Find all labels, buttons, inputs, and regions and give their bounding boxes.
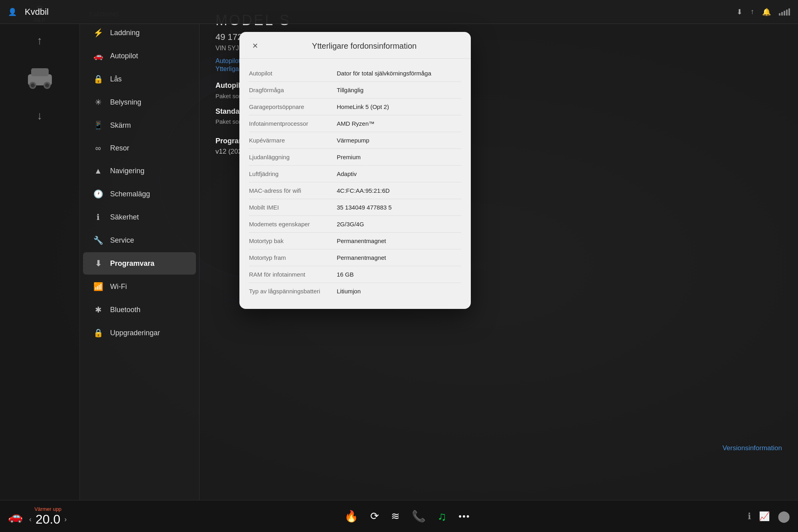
defrост-rear-icon[interactable]: ≋	[391, 510, 400, 522]
modal-row-5: Ljudanläggning Premium	[249, 149, 461, 166]
modal-row-7: MAC-adress för wifi 4C:FC:AA:95:21:6D	[249, 182, 461, 199]
sakerhet-label: Säkerhet	[110, 213, 139, 222]
signal-bar-4	[786, 10, 788, 16]
modal-row-4: Kupévärmare Värmepump	[249, 132, 461, 149]
svg-point-5	[45, 83, 49, 87]
modal-header: ✕ Ytterligare fordonsinformation	[239, 32, 471, 59]
skarm-label: Skärm	[110, 121, 131, 130]
temp-increase[interactable]: ›	[64, 515, 67, 524]
sidebar-arrow-down[interactable]: ↓	[37, 109, 43, 122]
version-info-link[interactable]: Versionsinformation	[723, 444, 782, 452]
sidebar-item-sakerhet[interactable]: ℹ Säkerhet	[83, 206, 196, 228]
programvara-label: Programvara	[110, 259, 154, 268]
header-bar: 👤 Kvdbil ⬇ ↑ 🔔	[0, 0, 798, 24]
sidebar-item-resor[interactable]: ∞ Resor	[83, 137, 196, 159]
taskbar-chart-icon[interactable]: 📈	[759, 511, 770, 522]
sidebar-item-belysning[interactable]: ✳ Belysning	[83, 91, 196, 113]
sidebar-item-skarm[interactable]: 📱 Skärm	[83, 114, 196, 136]
sidebar-item-wifi[interactable]: 📶 Wi-Fi	[83, 275, 196, 298]
modal-row-value-5: Premium	[337, 153, 361, 161]
temp-decrease[interactable]: ‹	[29, 515, 32, 524]
modal-body: Autopilot Dator för total självkörningsf…	[239, 59, 471, 309]
signal-bar-5	[788, 8, 790, 16]
spotify-icon[interactable]: ♫	[438, 510, 447, 523]
modal-row-label-13: Typ av lågspänningsbatteri	[249, 287, 337, 295]
sidebar-car-icon	[20, 54, 60, 102]
modal-row-value-6: Adaptiv	[337, 170, 357, 178]
taskbar-center: 🔥 ⟳ ≋ 📞 ♫ •••	[344, 510, 470, 523]
modal-close-button[interactable]: ✕	[249, 40, 261, 52]
bluetooth-icon: ✱	[93, 305, 104, 314]
modal-row-label-9: Modemets egenskaper	[249, 220, 337, 228]
modal-row-value-1: Tillgänglig	[337, 86, 363, 94]
signal-bar-3	[784, 11, 785, 16]
modal-row-1: Dragförmåga Tillgänglig	[249, 82, 461, 99]
autopilot-icon: 🚗	[93, 51, 104, 61]
modal-row-value-10: Permanentmagnet	[337, 237, 386, 245]
programvara-icon: ⬇	[93, 259, 104, 268]
modal-row-11: Motortyp fram Permanentmagnet	[249, 249, 461, 266]
modal-row-6: Luftfjädring Adaptiv	[249, 166, 461, 182]
modal-row-label-4: Kupévärmare	[249, 136, 337, 144]
modal-row-value-9: 2G/3G/4G	[337, 220, 364, 228]
autopilot-label: Autopilot	[110, 52, 138, 60]
modal-row-3: Infotainmentprocessor AMD Ryzen™	[249, 115, 461, 132]
signal-bars	[779, 8, 790, 16]
svg-rect-1	[31, 68, 49, 76]
phone-icon[interactable]: 📞	[412, 510, 426, 523]
sidebar-item-uppgraderingar[interactable]: 🔒 Uppgraderingar	[83, 322, 196, 344]
taskbar-left: 🚗 Värmer upp ‹ 20.0 ›	[8, 506, 67, 527]
resor-icon: ∞	[93, 144, 104, 153]
sidebar-item-laddning[interactable]: ⚡ Laddning	[83, 22, 196, 44]
modal-row-0: Autopilot Dator för total självkörningsf…	[249, 65, 461, 82]
warming-text: Värmer upp	[34, 506, 61, 512]
modal-row-label-6: Luftfjädring	[249, 170, 337, 178]
las-icon: 🔒	[93, 74, 104, 84]
header-title: Kvdbil	[25, 7, 49, 17]
modal-row-10: Motortyp bak Permanentmagnet	[249, 233, 461, 249]
modal-row-13: Typ av lågspänningsbatteri Litiumjon	[249, 283, 461, 299]
signal-bar-2	[781, 12, 783, 16]
signal-bar-1	[779, 13, 780, 16]
taskbar-camera-icon[interactable]: ⬤	[778, 510, 790, 523]
modal-row-label-7: MAC-adress för wifi	[249, 186, 337, 195]
header-left: 👤 Kvdbil	[8, 7, 49, 17]
modal-row-label-3: Infotainmentprocessor	[249, 119, 337, 128]
resor-label: Resor	[110, 144, 129, 152]
modal-row-label-11: Motortyp fram	[249, 253, 337, 262]
more-dots-icon[interactable]: •••	[458, 511, 470, 522]
modal-row-value-7: 4C:FC:AA:95:21:6D	[337, 186, 390, 195]
settings-menu: Fjädring ⚡ Laddning 🚗 Autopilot 🔒 Lås ✳ …	[80, 0, 200, 500]
navigering-label: Navigering	[110, 167, 144, 175]
bluetooth-label: Bluetooth	[110, 306, 140, 314]
modal-row-label-12: RAM för infotainment	[249, 270, 337, 279]
sidebar-item-las[interactable]: 🔒 Lås	[83, 68, 196, 90]
modal-row-12: RAM för infotainment 16 GB	[249, 266, 461, 283]
wiper-icon[interactable]: ⟳	[370, 510, 379, 522]
modal-row-label-1: Dragförmåga	[249, 86, 337, 94]
bell-icon: 🔔	[762, 8, 771, 16]
wifi-label: Wi-Fi	[110, 283, 127, 291]
laddning-label: Laddning	[110, 29, 140, 37]
header-right: ⬇ ↑ 🔔	[737, 8, 790, 16]
service-label: Service	[110, 236, 134, 245]
sidebar-item-navigering[interactable]: ▲ Navigering	[83, 160, 196, 182]
taskbar-car-icon: 🚗	[8, 509, 23, 523]
navigering-icon: ▲	[93, 166, 104, 176]
sidebar-item-bluetooth[interactable]: ✱ Bluetooth	[83, 299, 196, 321]
taskbar-info-icon[interactable]: ℹ	[748, 511, 751, 522]
sakerhet-icon: ℹ	[93, 212, 104, 222]
modal-row-value-4: Värmepump	[337, 136, 369, 144]
sidebar-item-schemalag[interactable]: 🕐 Schemalägg	[83, 183, 196, 205]
modal-row-value-0: Dator för total självkörningsförmåga	[337, 69, 431, 77]
sidebar-arrow-up[interactable]: ↑	[37, 34, 43, 47]
modal-row-value-2: HomeLink 5 (Opt 2)	[337, 103, 389, 111]
sidebar-item-programvara[interactable]: ⬇ Programvara	[83, 252, 196, 275]
schemalag-label: Schemalägg	[110, 190, 150, 198]
heat-seat-icon[interactable]: 🔥	[344, 510, 358, 523]
temp-value: 20.0	[36, 512, 60, 527]
sidebar-item-autopilot[interactable]: 🚗 Autopilot	[83, 45, 196, 67]
temp-control: Värmer upp ‹ 20.0 ›	[29, 506, 67, 527]
sidebar-item-service[interactable]: 🔧 Service	[83, 229, 196, 251]
wifi-icon: 📶	[93, 282, 104, 291]
